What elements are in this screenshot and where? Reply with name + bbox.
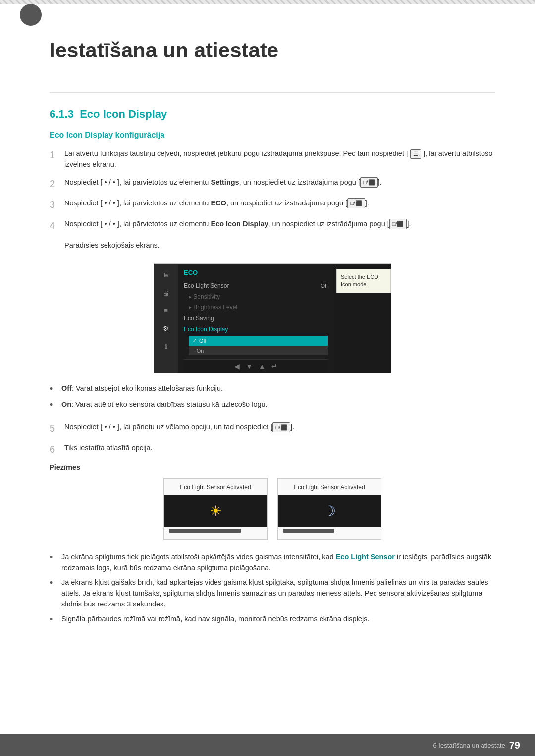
eco-saving-item: Eco Saving: [184, 313, 328, 324]
footer-text: 6 Iestatīšana un atiestate: [433, 742, 505, 749]
nav-enter: ↵: [271, 362, 277, 370]
nav-down: ▼: [246, 362, 253, 370]
monitor-icon-2: 🖨: [159, 288, 173, 299]
steps-list: 1 Lai atvērtu funkcijas taustiņu ceļvedi…: [50, 149, 495, 251]
note-2: Ja ekrāns kļūst gaišāks brīdī, kad apkār…: [50, 577, 495, 609]
monitor-icon-3: ≡: [159, 305, 173, 316]
sensor-label-1: Eco Light Sensor Activated: [164, 479, 267, 495]
sensor-display-2: ☽: [278, 495, 381, 527]
eco-icon-display-item: Eco Icon Display: [184, 324, 328, 335]
step-1: 1 Lai atvērtu funkcijas taustiņu ceļvedi…: [50, 149, 495, 170]
page-footer: 6 Iestatīšana un atiestate 79: [0, 734, 535, 756]
page-icon: [20, 4, 42, 26]
notes-bullets: Ja ekrāna spilgtums tiek pielāgots atbil…: [50, 552, 495, 626]
eco-menu-title: ECO: [184, 269, 328, 276]
step-3: 3 Nospiediet [ • / • ], lai pārvietotos …: [50, 198, 495, 212]
select-icon-step5: □/⬛: [272, 422, 290, 433]
select-icon-inline-2: □/⬛: [347, 198, 365, 208]
note-3: Signāla pārbaudes režīmā vai režīmā, kad…: [50, 614, 495, 626]
sensor-box-sun: Eco Light Sensor Activated ☀: [163, 478, 268, 540]
sensor-box-moon: Eco Light Sensor Activated ☽: [277, 478, 381, 540]
sensor-display-1: ☀: [164, 495, 267, 527]
nav-up: ▲: [259, 362, 266, 370]
select-icon-inline: □/⬛: [360, 177, 378, 188]
bullet-off: Off: Varat atspējot eko ikonas attēlošan…: [50, 383, 495, 396]
select-icon-inline-3: □/⬛: [389, 219, 407, 229]
sensor-images-container: Eco Light Sensor Activated ☀ Eco Light S…: [50, 478, 495, 540]
step-6: 6 Tiks iestatīta atlasītā opcija.: [50, 443, 495, 456]
footer-page-number: 79: [509, 740, 520, 751]
steps-5-6-list: 5 Nospiediet [ • / • ], lai pārietu uz v…: [50, 422, 495, 456]
off-on-bullets: Off: Varat atspējot eko ikonas attēlošan…: [50, 383, 495, 412]
sensitivity-item: ▸ Sensitivity: [184, 291, 328, 302]
step-4: 4 Nospiediet [ • / • ], lai pārvietotos …: [50, 219, 495, 251]
title-divider: [50, 92, 495, 93]
subsection-heading: Eco Icon Display konfigurācija: [50, 131, 495, 140]
brightness-level-item: ▸ Brightness Level: [184, 302, 328, 313]
dropdown-off: ✓ Off: [189, 336, 328, 346]
notes-heading: Piezīmes: [50, 463, 495, 471]
device-screenshot: 🖥 🖨 ≡ ⚙ ℹ ECO Eco Light Sensor Off ▸ Sen…: [50, 263, 495, 373]
monitor-bottom-bar: ◀ ▼ ▲ ↵: [184, 359, 328, 373]
dropdown-on: On: [189, 346, 328, 355]
step-2: 2 Nospiediet [ • / • ], lai pārvietotos …: [50, 177, 495, 191]
note-1: Ja ekrāna spilgtums tiek pielāgots atbil…: [50, 552, 495, 574]
moon-icon: ☽: [323, 503, 336, 519]
sensor-bar-1: [169, 529, 241, 533]
step-5: 5 Nospiediet [ • / • ], lai pārietu uz v…: [50, 422, 495, 436]
section-heading: 6.1.3 Eco Icon Display: [50, 108, 495, 121]
eco-light-sensor-item: Eco Light Sensor Off: [184, 280, 328, 291]
eco-dropdown: ✓ Off On: [189, 336, 328, 355]
sensor-bar-2: [283, 529, 334, 533]
monitor-image: 🖥 🖨 ≡ ⚙ ℹ ECO Eco Light Sensor Off ▸ Sen…: [154, 263, 391, 373]
chapter-title: Iestatīšana un atiestate: [50, 39, 495, 67]
monitor-icon-4: ⚙: [159, 323, 173, 334]
bullet-on: On: Varat attēlot eko sensora darbības s…: [50, 400, 495, 412]
top-decorative-bar: [0, 0, 535, 4]
menu-icon-inline: ☰: [410, 149, 421, 159]
monitor-icon-5: ℹ: [159, 341, 173, 352]
nav-left: ◀: [234, 362, 240, 370]
sensor-label-2: Eco Light Sensor Activated: [278, 479, 381, 495]
monitor-icon-1: 🖥: [159, 270, 173, 281]
monitor-sidebar: 🖥 🖨 ≡ ⚙ ℹ: [154, 264, 178, 373]
sun-icon: ☀: [210, 503, 222, 519]
monitor-hint: Select the ECO Icon mode.: [336, 269, 391, 293]
